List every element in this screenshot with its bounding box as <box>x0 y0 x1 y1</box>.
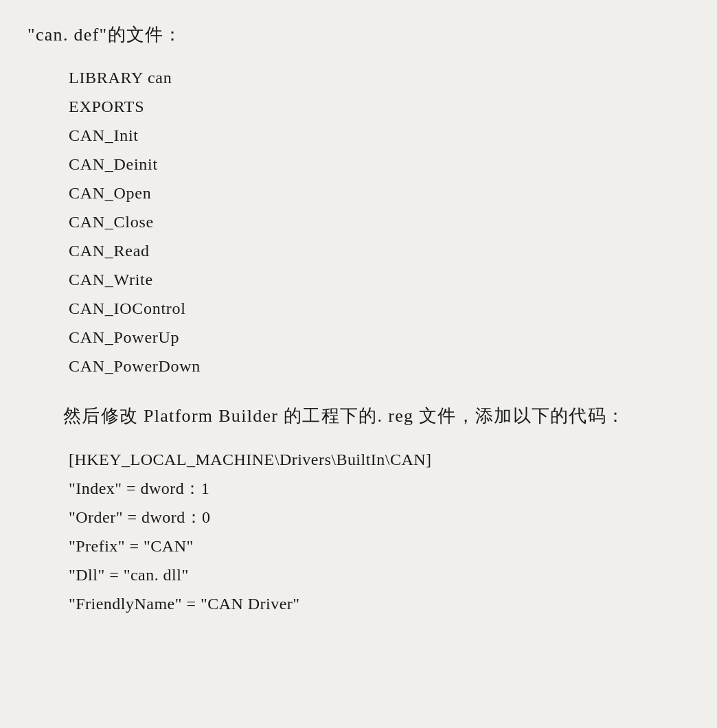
middle-text: 然后修改 Platform Builder 的工程下的. reg 文件，添加以下… <box>27 401 687 431</box>
library-code-block: LIBRARY can EXPORTS CAN_Init CAN_Deinit … <box>69 63 687 380</box>
indent-spacer <box>27 401 63 431</box>
code-line-exports: EXPORTS <box>69 92 687 121</box>
page-content: "can. def"的文件： LIBRARY can EXPORTS CAN_I… <box>27 21 687 618</box>
code-line-canwrite: CAN_Write <box>69 265 687 294</box>
code-line-canpowerdown: CAN_PowerDown <box>69 352 687 380</box>
middle-text-content: 然后修改 Platform Builder 的工程下的. reg 文件，添加以下… <box>63 406 625 426</box>
code-line-canread: CAN_Read <box>69 236 687 265</box>
reg-code-block: [HKEY_LOCAL_MACHINE\Drivers\BuiltIn\CAN]… <box>69 445 687 618</box>
reg-line-prefix: "Prefix" = "CAN" <box>69 532 687 560</box>
reg-line-hkey: [HKEY_LOCAL_MACHINE\Drivers\BuiltIn\CAN] <box>69 445 687 474</box>
code-line-library: LIBRARY can <box>69 63 687 92</box>
reg-line-friendlyname: "FriendlyName" = "CAN Driver" <box>69 589 687 618</box>
intro-text: "can. def"的文件： <box>27 21 687 49</box>
reg-line-index: "Index" = dword：1 <box>69 474 687 503</box>
reg-line-order: "Order" = dword：0 <box>69 503 687 532</box>
code-line-canopen: CAN_Open <box>69 179 687 207</box>
code-line-canpowerup: CAN_PowerUp <box>69 323 687 352</box>
code-line-caninit: CAN_Init <box>69 121 687 150</box>
code-line-canclose: CAN_Close <box>69 207 687 236</box>
code-line-caniocontrol: CAN_IOControl <box>69 294 687 323</box>
code-line-candeinit: CAN_Deinit <box>69 150 687 179</box>
reg-line-dll: "Dll" = "can. dll" <box>69 560 687 589</box>
